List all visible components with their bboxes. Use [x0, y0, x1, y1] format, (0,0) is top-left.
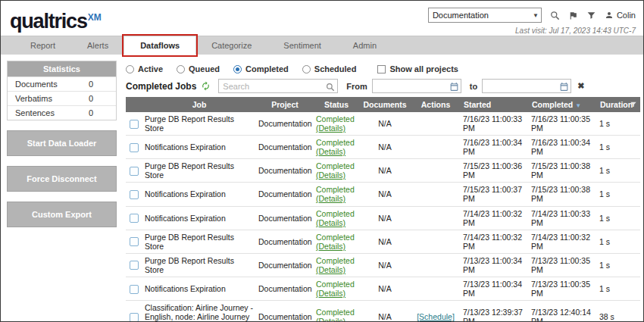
top-header: qualtricsXM Documentation ▼ — [1, 1, 643, 36]
calendar-icon[interactable] — [559, 81, 569, 95]
checkbox-cell — [126, 277, 142, 300]
col-completed[interactable]: Completed▼ — [529, 97, 597, 112]
radio-label: Scheduled — [314, 64, 357, 73]
actions-cell: [Schedule] — [411, 301, 461, 322]
details-link[interactable]: (Details) — [316, 147, 345, 156]
row-checkbox[interactable] — [130, 313, 139, 322]
from-label: From — [346, 82, 367, 91]
status-filter-row: Active Queued Completed Scheduled Show a… — [126, 61, 640, 79]
row-checkbox[interactable] — [130, 190, 139, 199]
job-cell: Notifications Expiration — [142, 183, 256, 206]
actions-cell — [411, 206, 461, 230]
filter-funnel-icon[interactable] — [586, 11, 596, 20]
force-disconnect-button[interactable]: Force Disconnect — [7, 166, 117, 192]
search-icon[interactable] — [326, 81, 335, 95]
tab-dataflows[interactable]: Dataflows — [124, 36, 195, 55]
checkbox-icon — [377, 65, 386, 73]
actions-cell — [411, 277, 461, 300]
documents-cell: N/A — [359, 183, 411, 206]
details-link[interactable]: (Details) — [316, 218, 345, 227]
radio-scheduled[interactable]: Scheduled — [302, 64, 357, 73]
start-data-loader-button[interactable]: Start Data Loader — [7, 130, 117, 156]
col-duration[interactable]: Duration — [597, 97, 640, 112]
duration-cell: 1 s — [597, 277, 640, 300]
status-text: Completed — [316, 209, 355, 218]
jobs-table: Job Project Status Documents Actions Sta… — [126, 97, 640, 322]
status-text: Completed — [316, 233, 355, 242]
user-menu[interactable]: Colin — [605, 11, 636, 20]
sort-desc-icon[interactable]: ▼ — [575, 102, 581, 109]
details-link[interactable]: (Details) — [316, 317, 345, 322]
stat-value: 0 — [89, 94, 110, 103]
table-header-row: Job Project Status Documents Actions Sta… — [126, 97, 640, 112]
project-cell: Documentation — [256, 206, 314, 230]
header-checkbox-cell — [126, 97, 142, 112]
status-text: Completed — [316, 138, 355, 147]
dataflows-main: Active Queued Completed Scheduled Show a… — [117, 61, 640, 321]
status-text: Completed — [316, 308, 355, 317]
table-filter-funnel-icon[interactable] — [630, 101, 637, 110]
completed-cell: 7/13/23 11:00:35 PM — [529, 277, 597, 300]
col-status[interactable]: Status — [314, 97, 359, 112]
row-checkbox[interactable] — [130, 143, 139, 152]
radio-icon — [302, 65, 311, 73]
to-date-input[interactable] — [482, 79, 571, 93]
status-cell: Completed(Details) — [314, 136, 359, 159]
tab-alerts[interactable]: Alerts — [71, 36, 124, 55]
radio-icon — [177, 65, 185, 73]
custom-export-button[interactable]: Custom Export — [7, 202, 117, 227]
col-started[interactable]: Started — [461, 97, 529, 112]
clear-dates-icon[interactable]: ✖ — [577, 81, 584, 91]
col-project[interactable]: Project — [256, 97, 314, 112]
col-documents[interactable]: Documents — [359, 97, 411, 112]
col-job[interactable]: Job — [142, 97, 256, 112]
radio-icon — [233, 65, 242, 73]
tab-admin[interactable]: Admin — [337, 36, 392, 55]
details-link[interactable]: (Details) — [316, 289, 345, 298]
duration-cell: 38 s — [597, 301, 640, 322]
schedule-link[interactable]: [Schedule] — [417, 312, 455, 321]
col-actions[interactable]: Actions — [411, 97, 461, 112]
row-checkbox[interactable] — [130, 120, 139, 129]
checkbox-cell — [126, 183, 142, 206]
flag-icon[interactable] — [568, 11, 578, 20]
started-cell: 7/16/23 11:00:33 PM — [461, 112, 529, 136]
col-completed-label: Completed — [532, 100, 573, 109]
details-link[interactable]: (Details) — [316, 123, 345, 133]
radio-queued[interactable]: Queued — [177, 64, 220, 73]
from-date-input[interactable] — [372, 79, 461, 93]
stat-row-documents: Documents 0 — [8, 77, 116, 91]
details-link[interactable]: (Details) — [316, 242, 345, 251]
tab-sentiment[interactable]: Sentiment — [267, 36, 337, 55]
details-link[interactable]: (Details) — [316, 170, 345, 180]
to-date-box — [482, 79, 571, 94]
header-controls: Documentation ▼ Colin — [428, 8, 636, 23]
show-all-projects-checkbox[interactable]: Show all projects — [377, 64, 458, 73]
refresh-icon[interactable] — [201, 81, 211, 91]
job-row: Purge DB Report Results StoreDocumentati… — [126, 253, 640, 277]
tab-report[interactable]: Report — [14, 36, 71, 55]
details-link[interactable]: (Details) — [316, 265, 345, 274]
header-right: Documentation ▼ Colin — [428, 5, 636, 35]
row-checkbox[interactable] — [130, 237, 139, 246]
row-checkbox[interactable] — [130, 285, 139, 294]
job-cell: Classification: Airline Journey - Englis… — [142, 301, 256, 322]
calendar-icon[interactable] — [449, 81, 459, 95]
search-icon[interactable] — [550, 11, 560, 20]
project-dropdown[interactable]: Documentation ▼ — [428, 8, 542, 23]
actions-cell — [411, 112, 461, 136]
radio-active[interactable]: Active — [126, 64, 163, 73]
radio-completed[interactable]: Completed — [233, 64, 289, 73]
completed-cell: 7/16/23 11:00:34 PM — [529, 136, 597, 159]
documents-cell: N/A — [359, 277, 411, 300]
search-input[interactable] — [218, 79, 338, 93]
row-checkbox[interactable] — [130, 167, 139, 176]
chevron-down-icon: ▼ — [533, 12, 539, 19]
radio-label: Completed — [245, 64, 289, 73]
row-checkbox[interactable] — [130, 261, 139, 270]
tab-categorize[interactable]: Categorize — [195, 36, 267, 55]
row-checkbox[interactable] — [130, 214, 139, 223]
details-link[interactable]: (Details) — [316, 194, 345, 203]
stat-row-sentences: Sentences 0 — [8, 105, 116, 120]
last-visit-text: Last visit: Jul 17, 2023 14:43 UTC-7 — [515, 27, 636, 35]
